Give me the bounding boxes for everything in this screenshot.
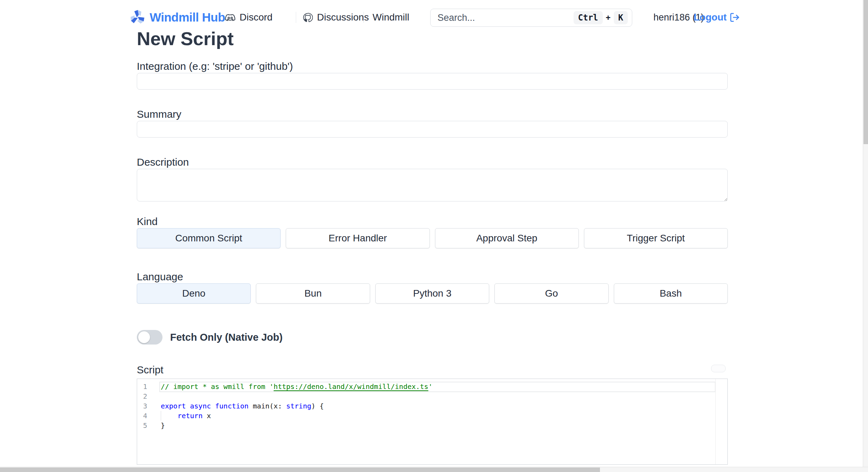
- search-shortcut: Ctrl + K: [574, 11, 632, 24]
- nav-item-label: Windmill: [373, 12, 409, 23]
- language-option-bun[interactable]: Bun: [256, 283, 370, 304]
- page-horizontal-scrollbar[interactable]: [0, 467, 868, 472]
- logout-icon: [729, 12, 740, 23]
- fetch-only-row: Fetch Only (Native Job): [137, 330, 728, 345]
- line-number: 2: [137, 391, 153, 401]
- logout-label: Logout: [694, 12, 727, 23]
- line-number: 4: [137, 411, 153, 421]
- integration-input[interactable]: [137, 73, 728, 90]
- windmill-logo-icon: [130, 9, 145, 25]
- integration-label: Integration (e.g: 'stripe' or 'github'): [137, 60, 728, 73]
- toggle-knob: [138, 331, 150, 343]
- code-line-5: 5 }: [137, 421, 727, 430]
- kind-option-approval-step[interactable]: Approval Step: [435, 228, 579, 248]
- script-section: Script 1 // import * as wmill from 'http…: [137, 363, 728, 465]
- plus-sign: +: [606, 13, 611, 23]
- kind-field-group: Kind Common Script Error Handler Approva…: [137, 215, 728, 248]
- nav-divider: [296, 12, 296, 23]
- kind-label: Kind: [137, 215, 728, 228]
- kind-options: Common Script Error Handler Approval Ste…: [137, 228, 728, 248]
- nav-item-label: Discord: [240, 12, 273, 23]
- language-label: Language: [137, 270, 728, 283]
- language-field-group: Language Deno Bun Python 3 Go Bash: [137, 270, 728, 304]
- summary-input[interactable]: [137, 121, 728, 138]
- code-area: 1 // import * as wmill from 'https://den…: [137, 379, 727, 430]
- integration-field-group: Integration (e.g: 'stripe' or 'github'): [137, 60, 728, 90]
- language-option-python3[interactable]: Python 3: [375, 283, 489, 304]
- description-field-group: Description: [137, 156, 728, 201]
- page-title: New Script: [137, 29, 728, 48]
- vertical-scrollbar-thumb[interactable]: [863, 0, 868, 144]
- fetch-only-toggle[interactable]: [137, 330, 162, 345]
- script-label: Script: [137, 363, 728, 376]
- code-url-link[interactable]: https://deno.land/x/windmill/index.ts: [274, 382, 428, 391]
- kind-option-error-handler[interactable]: Error Handler: [286, 228, 429, 248]
- line-number: 5: [137, 421, 153, 430]
- summary-field-group: Summary: [137, 108, 728, 138]
- github-icon: [303, 13, 313, 23]
- kind-option-trigger-script[interactable]: Trigger Script: [584, 228, 728, 248]
- search-input[interactable]: [431, 9, 574, 26]
- global-search-box: Ctrl + K: [430, 9, 632, 27]
- editor-settings-toggle[interactable]: [711, 365, 726, 372]
- horizontal-scrollbar-thumb[interactable]: [0, 467, 600, 472]
- new-script-form: New Script Integration (e.g: 'stripe' or…: [137, 29, 728, 465]
- language-options: Deno Bun Python 3 Go Bash: [137, 283, 728, 304]
- code-line-4: 4 return x: [137, 411, 727, 421]
- kind-option-common-script[interactable]: Common Script: [137, 228, 281, 248]
- code-line-1: 1 // import * as wmill from 'https://den…: [137, 382, 727, 391]
- code-line-3: 3 export async function main(x: string) …: [137, 401, 727, 411]
- language-option-go[interactable]: Go: [494, 283, 608, 304]
- language-option-deno[interactable]: Deno: [137, 283, 251, 304]
- description-label: Description: [137, 156, 728, 169]
- indent-guide: [161, 411, 161, 421]
- line-number: 1: [137, 382, 153, 391]
- summary-label: Summary: [137, 108, 728, 121]
- code-editor[interactable]: 1 // import * as wmill from 'https://den…: [137, 379, 728, 465]
- code-line-2: 2: [137, 391, 727, 401]
- discord-icon: [225, 13, 235, 22]
- editor-scrollbar-divider: [715, 379, 716, 464]
- brand-name: Windmill Hub: [150, 10, 225, 24]
- fetch-only-label: Fetch Only (Native Job): [170, 332, 283, 343]
- line-number: 3: [137, 401, 153, 411]
- page-vertical-scrollbar[interactable]: [863, 0, 868, 467]
- language-option-bash[interactable]: Bash: [614, 283, 728, 304]
- ctrl-key-badge: Ctrl: [574, 11, 603, 24]
- nav-item-label: Discussions: [317, 12, 369, 23]
- description-textarea[interactable]: [137, 169, 728, 201]
- new-script-page: Windmill Hub Discord Discussions Windmil…: [0, 0, 868, 472]
- k-key-badge: K: [614, 11, 628, 24]
- nav-divider: [364, 12, 364, 23]
